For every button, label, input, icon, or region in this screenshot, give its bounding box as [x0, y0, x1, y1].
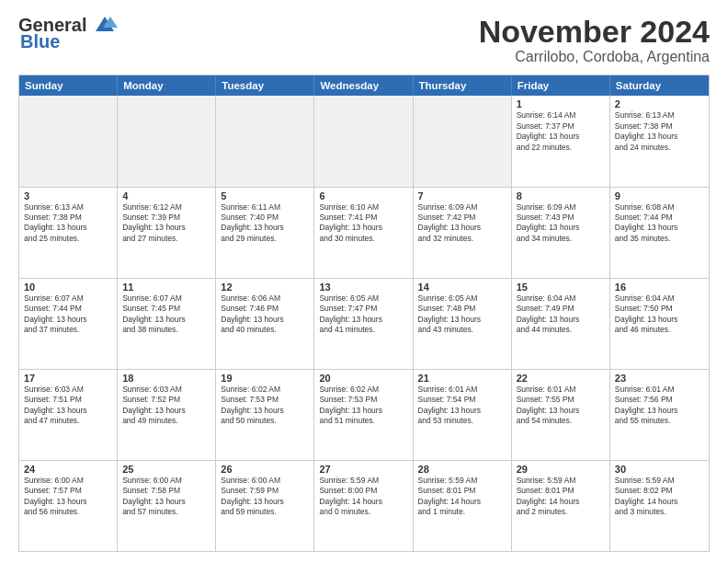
- calendar-cell-r0c3: [314, 96, 413, 186]
- day-info: Sunrise: 6:00 AM Sunset: 7:57 PM Dayligh…: [24, 476, 112, 518]
- day-info: Sunrise: 6:04 AM Sunset: 7:49 PM Dayligh…: [517, 293, 605, 336]
- logo: General Blue: [18, 15, 118, 52]
- calendar-cell-r2c3: 13Sunrise: 6:05 AM Sunset: 7:47 PM Dayli…: [314, 279, 413, 369]
- day-number: 14: [418, 282, 506, 293]
- calendar-cell-r2c0: 10Sunrise: 6:07 AM Sunset: 7:44 PM Dayli…: [19, 279, 118, 369]
- calendar-cell-r0c2: [216, 96, 314, 186]
- day-info: Sunrise: 6:02 AM Sunset: 7:53 PM Dayligh…: [221, 385, 309, 427]
- calendar-row-2: 10Sunrise: 6:07 AM Sunset: 7:44 PM Dayli…: [19, 279, 709, 370]
- calendar-row-1: 3Sunrise: 6:13 AM Sunset: 7:38 PM Daylig…: [19, 188, 709, 279]
- calendar-cell-r4c5: 29Sunrise: 5:59 AM Sunset: 8:01 PM Dayli…: [512, 461, 610, 551]
- day-number: 19: [221, 373, 309, 384]
- calendar-cell-r4c6: 30Sunrise: 5:59 AM Sunset: 8:02 PM Dayli…: [610, 461, 709, 551]
- day-number: 18: [122, 373, 210, 384]
- day-number: 1: [517, 98, 605, 109]
- day-info: Sunrise: 6:00 AM Sunset: 7:59 PM Dayligh…: [221, 476, 309, 518]
- day-info: Sunrise: 6:10 AM Sunset: 7:41 PM Dayligh…: [319, 202, 407, 245]
- calendar: Sunday Monday Tuesday Wednesday Thursday…: [18, 75, 710, 552]
- calendar-cell-r3c4: 21Sunrise: 6:01 AM Sunset: 7:54 PM Dayli…: [414, 370, 512, 460]
- calendar-cell-r1c6: 9Sunrise: 6:08 AM Sunset: 7:44 PM Daylig…: [610, 188, 709, 278]
- day-number: 21: [418, 373, 506, 384]
- day-info: Sunrise: 6:07 AM Sunset: 7:44 PM Dayligh…: [24, 293, 112, 336]
- header-sunday: Sunday: [19, 75, 118, 96]
- calendar-cell-r3c2: 19Sunrise: 6:02 AM Sunset: 7:53 PM Dayli…: [216, 370, 314, 460]
- day-number: 15: [517, 282, 605, 293]
- day-number: 4: [122, 190, 210, 201]
- calendar-row-4: 24Sunrise: 6:00 AM Sunset: 7:57 PM Dayli…: [19, 461, 709, 551]
- day-number: 22: [517, 373, 605, 384]
- day-info: Sunrise: 6:14 AM Sunset: 7:37 PM Dayligh…: [517, 110, 605, 153]
- day-number: 3: [24, 190, 112, 201]
- day-info: Sunrise: 5:59 AM Sunset: 8:01 PM Dayligh…: [418, 476, 506, 518]
- calendar-row-3: 17Sunrise: 6:03 AM Sunset: 7:51 PM Dayli…: [19, 370, 709, 461]
- calendar-cell-r4c4: 28Sunrise: 5:59 AM Sunset: 8:01 PM Dayli…: [414, 461, 512, 551]
- calendar-cell-r3c5: 22Sunrise: 6:01 AM Sunset: 7:55 PM Dayli…: [512, 370, 610, 460]
- title-block: November 2024 Carrilobo, Cordoba, Argent…: [479, 15, 710, 65]
- day-number: 7: [418, 190, 506, 201]
- header: General Blue November 2024 Carrilobo, Co…: [18, 15, 710, 65]
- day-info: Sunrise: 6:06 AM Sunset: 7:46 PM Dayligh…: [221, 293, 309, 336]
- day-info: Sunrise: 6:13 AM Sunset: 7:38 PM Dayligh…: [24, 202, 112, 245]
- day-number: 5: [221, 190, 309, 201]
- day-info: Sunrise: 6:02 AM Sunset: 7:53 PM Dayligh…: [319, 385, 407, 427]
- calendar-cell-r1c5: 8Sunrise: 6:09 AM Sunset: 7:43 PM Daylig…: [512, 188, 610, 278]
- day-info: Sunrise: 6:11 AM Sunset: 7:40 PM Dayligh…: [221, 202, 309, 245]
- calendar-cell-r4c0: 24Sunrise: 6:00 AM Sunset: 7:57 PM Dayli…: [19, 461, 118, 551]
- header-thursday: Thursday: [414, 75, 512, 96]
- calendar-cell-r4c2: 26Sunrise: 6:00 AM Sunset: 7:59 PM Dayli…: [216, 461, 314, 551]
- calendar-cell-r4c1: 25Sunrise: 6:00 AM Sunset: 7:58 PM Dayli…: [118, 461, 216, 551]
- header-saturday: Saturday: [610, 75, 709, 96]
- day-info: Sunrise: 6:03 AM Sunset: 7:52 PM Dayligh…: [122, 385, 210, 427]
- day-info: Sunrise: 6:05 AM Sunset: 7:48 PM Dayligh…: [418, 293, 506, 336]
- calendar-cell-r1c0: 3Sunrise: 6:13 AM Sunset: 7:38 PM Daylig…: [19, 188, 118, 278]
- calendar-body: 1Sunrise: 6:14 AM Sunset: 7:37 PM Daylig…: [19, 96, 709, 551]
- calendar-cell-r2c6: 16Sunrise: 6:04 AM Sunset: 7:50 PM Dayli…: [610, 279, 709, 369]
- calendar-cell-r3c0: 17Sunrise: 6:03 AM Sunset: 7:51 PM Dayli…: [19, 370, 118, 460]
- calendar-cell-r3c3: 20Sunrise: 6:02 AM Sunset: 7:53 PM Dayli…: [314, 370, 413, 460]
- day-info: Sunrise: 6:13 AM Sunset: 7:38 PM Dayligh…: [615, 110, 704, 153]
- logo-icon: [88, 15, 118, 35]
- day-info: Sunrise: 5:59 AM Sunset: 8:01 PM Dayligh…: [517, 476, 605, 518]
- day-info: Sunrise: 6:05 AM Sunset: 7:47 PM Dayligh…: [319, 293, 407, 336]
- page: General Blue November 2024 Carrilobo, Co…: [0, 0, 728, 563]
- day-number: 20: [319, 373, 407, 384]
- day-number: 23: [615, 373, 704, 384]
- day-number: 11: [122, 282, 210, 293]
- calendar-header: Sunday Monday Tuesday Wednesday Thursday…: [19, 75, 709, 96]
- day-number: 24: [24, 464, 112, 475]
- day-info: Sunrise: 6:07 AM Sunset: 7:45 PM Dayligh…: [122, 293, 210, 336]
- day-number: 25: [122, 464, 210, 475]
- calendar-cell-r3c1: 18Sunrise: 6:03 AM Sunset: 7:52 PM Dayli…: [118, 370, 216, 460]
- logo-blue-text: Blue: [20, 31, 60, 52]
- header-wednesday: Wednesday: [314, 75, 413, 96]
- calendar-cell-r2c1: 11Sunrise: 6:07 AM Sunset: 7:45 PM Dayli…: [118, 279, 216, 369]
- day-info: Sunrise: 6:01 AM Sunset: 7:55 PM Dayligh…: [517, 385, 605, 427]
- day-number: 9: [615, 190, 704, 201]
- day-number: 26: [221, 464, 309, 475]
- calendar-row-0: 1Sunrise: 6:14 AM Sunset: 7:37 PM Daylig…: [19, 96, 709, 187]
- day-number: 27: [319, 464, 407, 475]
- day-number: 30: [615, 464, 704, 475]
- day-info: Sunrise: 6:09 AM Sunset: 7:42 PM Dayligh…: [418, 202, 506, 245]
- day-info: Sunrise: 6:01 AM Sunset: 7:56 PM Dayligh…: [615, 385, 704, 427]
- day-number: 17: [24, 373, 112, 384]
- calendar-cell-r0c4: [414, 96, 512, 186]
- day-info: Sunrise: 6:04 AM Sunset: 7:50 PM Dayligh…: [615, 293, 704, 336]
- day-number: 8: [517, 190, 605, 201]
- calendar-cell-r1c1: 4Sunrise: 6:12 AM Sunset: 7:39 PM Daylig…: [118, 188, 216, 278]
- calendar-cell-r0c0: [19, 96, 118, 186]
- day-info: Sunrise: 6:09 AM Sunset: 7:43 PM Dayligh…: [517, 202, 605, 245]
- day-number: 2: [615, 98, 704, 109]
- day-info: Sunrise: 6:00 AM Sunset: 7:58 PM Dayligh…: [122, 476, 210, 518]
- day-number: 16: [615, 282, 704, 293]
- day-number: 12: [221, 282, 309, 293]
- header-monday: Monday: [118, 75, 216, 96]
- calendar-cell-r1c4: 7Sunrise: 6:09 AM Sunset: 7:42 PM Daylig…: [414, 188, 512, 278]
- day-number: 13: [319, 282, 407, 293]
- day-info: Sunrise: 6:01 AM Sunset: 7:54 PM Dayligh…: [418, 385, 506, 427]
- calendar-cell-r1c3: 6Sunrise: 6:10 AM Sunset: 7:41 PM Daylig…: [314, 188, 413, 278]
- calendar-cell-r0c1: [118, 96, 216, 186]
- day-number: 29: [517, 464, 605, 475]
- calendar-cell-r2c2: 12Sunrise: 6:06 AM Sunset: 7:46 PM Dayli…: [216, 279, 314, 369]
- day-number: 28: [418, 464, 506, 475]
